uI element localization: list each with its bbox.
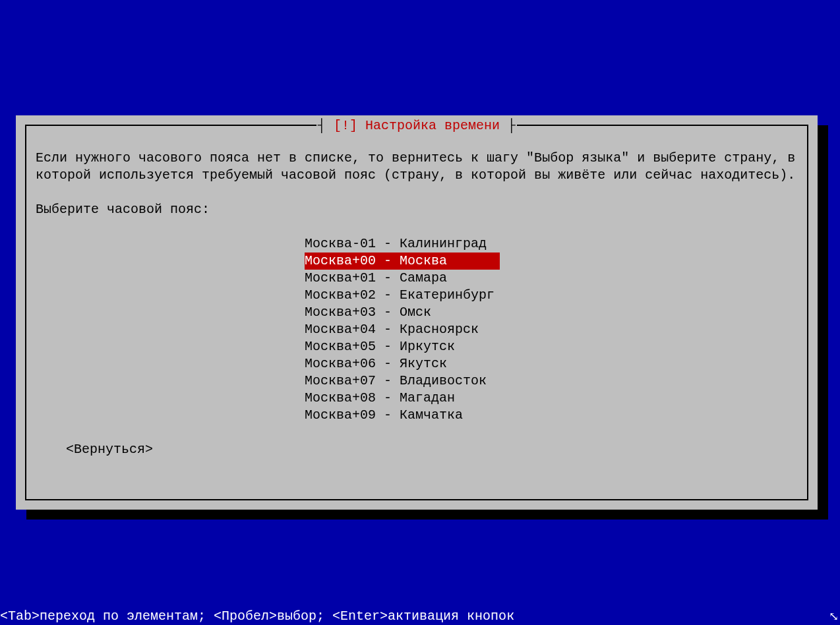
dialog-content: Если нужного часового пояса нет в списке… — [26, 126, 807, 467]
timezone-option[interactable]: Москва+07 - Владивосток — [305, 372, 798, 390]
prompt-text: Выберите часовой пояс: — [36, 201, 798, 218]
timezone-option[interactable]: Москва+05 - Иркутск — [305, 338, 798, 355]
timezone-dialog: [!] Настройка времени Если нужного часов… — [16, 115, 818, 510]
timezone-option-selected[interactable]: Москва+00 - Москва — [305, 253, 500, 270]
timezone-option[interactable]: Москва+04 - Красноярск — [305, 321, 798, 338]
resize-cursor-icon: ⤡ — [829, 609, 839, 624]
timezone-option[interactable]: Москва+06 - Якутск — [305, 355, 798, 372]
timezone-options: Москва-01 - Калининград Москва+00 - Моск… — [305, 235, 798, 424]
dialog-title-wrap: [!] Настройка времени — [26, 118, 807, 133]
timezone-option[interactable]: Москва+02 - Екатеринбург — [305, 287, 798, 304]
timezone-option[interactable]: Москва-01 - Калининград — [305, 235, 798, 253]
timezone-option[interactable]: Москва+01 - Самара — [305, 270, 798, 287]
status-bar: <Tab>переход по элементам; <Пробел>выбор… — [0, 607, 840, 625]
timezone-option[interactable]: Москва+03 - Омск — [305, 304, 798, 321]
instruction-text: Если нужного часового пояса нет в списке… — [36, 150, 798, 184]
dialog-border: [!] Настройка времени Если нужного часов… — [25, 125, 808, 500]
timezone-option[interactable]: Москва+08 - Магадан — [305, 390, 798, 407]
dialog-title: [!] Настройка времени — [316, 118, 517, 133]
timezone-option[interactable]: Москва+09 - Камчатка — [305, 407, 798, 424]
back-button[interactable]: <Вернуться> — [66, 441, 153, 458]
